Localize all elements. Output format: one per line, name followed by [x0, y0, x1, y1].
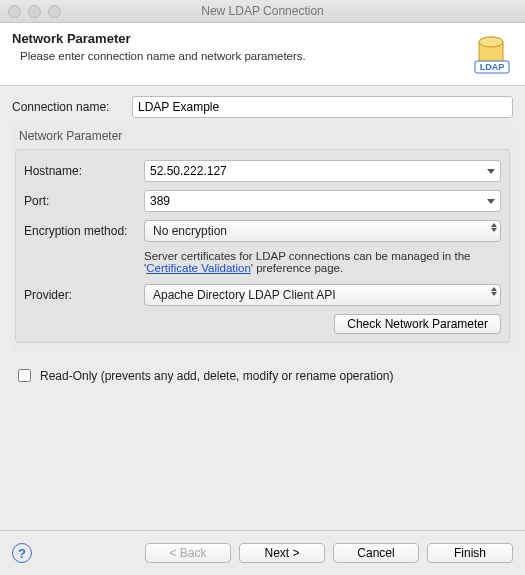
encryption-select[interactable]: No encryption: [144, 220, 501, 242]
provider-select[interactable]: Apache Directory LDAP Client API: [144, 284, 501, 306]
port-input[interactable]: [144, 190, 501, 212]
wizard-banner: Network Parameter Please enter connectio…: [0, 23, 525, 86]
back-button[interactable]: < Back: [145, 543, 231, 563]
port-combo[interactable]: [144, 190, 501, 212]
next-button[interactable]: Next >: [239, 543, 325, 563]
titlebar: New LDAP Connection: [0, 0, 525, 23]
wizard-footer: ? < Back Next > Cancel Finish: [0, 530, 525, 575]
readonly-row: Read-Only (prevents any add, delete, mod…: [14, 366, 511, 385]
certificate-hint: Server certificates for LDAP connections…: [144, 250, 501, 274]
connection-name-label: Connection name:: [12, 100, 132, 114]
readonly-checkbox[interactable]: [18, 369, 31, 382]
help-icon[interactable]: ?: [12, 543, 32, 563]
updown-icon: [491, 223, 497, 232]
ldap-icon: LDAP: [469, 31, 513, 75]
connection-name-row: Connection name:: [12, 96, 513, 118]
svg-text:LDAP: LDAP: [480, 62, 505, 72]
network-group-title: Network Parameter: [15, 127, 510, 149]
encryption-label: Encryption method:: [24, 224, 144, 238]
window-title: New LDAP Connection: [0, 4, 525, 18]
certificate-validation-link[interactable]: Certificate Validation: [146, 262, 251, 274]
hostname-label: Hostname:: [24, 164, 144, 178]
hostname-combo[interactable]: [144, 160, 501, 182]
port-label: Port:: [24, 194, 144, 208]
provider-label: Provider:: [24, 288, 144, 302]
check-network-button[interactable]: Check Network Parameter: [334, 314, 501, 334]
finish-button[interactable]: Finish: [427, 543, 513, 563]
provider-value: Apache Directory LDAP Client API: [144, 284, 501, 306]
network-parameter-group: Network Parameter Hostname: Port: Encryp…: [12, 126, 513, 352]
encryption-value: No encryption: [144, 220, 501, 242]
cancel-button[interactable]: Cancel: [333, 543, 419, 563]
readonly-label: Read-Only (prevents any add, delete, mod…: [40, 369, 394, 383]
updown-icon: [491, 287, 497, 296]
connection-name-input[interactable]: [132, 96, 513, 118]
svg-point-1: [479, 37, 503, 47]
banner-subtitle: Please enter connection name and network…: [20, 50, 461, 62]
hostname-input[interactable]: [144, 160, 501, 182]
banner-heading: Network Parameter: [12, 31, 461, 46]
